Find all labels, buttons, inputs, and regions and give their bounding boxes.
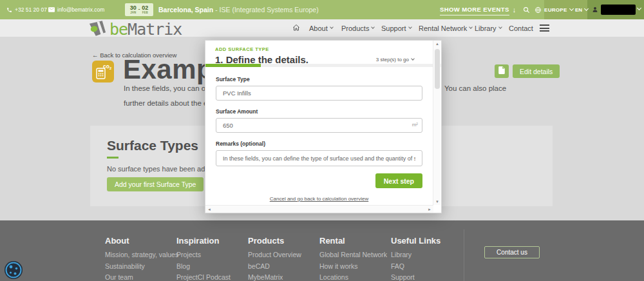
remarks-input[interactable]	[216, 150, 422, 166]
event-location: Barcelona, Spain	[158, 6, 213, 14]
footer-link[interactable]: Blog	[176, 262, 231, 270]
footer-link[interactable]: Sustainability	[105, 262, 178, 270]
footer-link[interactable]: Locations	[319, 273, 387, 281]
vertical-scroll-thumb[interactable]	[435, 49, 440, 89]
nav-label: Contact	[509, 24, 533, 32]
user-name-redacted	[601, 5, 636, 15]
footer-link[interactable]: Our team	[105, 273, 178, 281]
email-link[interactable]: info@bematrix.com	[48, 0, 104, 19]
surface-types-heading: Surface Types	[107, 138, 198, 153]
nav-item-library[interactable]: Library	[475, 19, 502, 37]
nav-item-contact[interactable]: Contact	[509, 19, 533, 37]
footer-heading: Inspiration	[176, 236, 231, 246]
event-day-end: 02	[142, 5, 148, 11]
footer-heading: Useful Links	[391, 236, 440, 246]
svg-text:2: 2	[109, 66, 111, 70]
surface-types-empty-text: No surface types have been added	[107, 165, 217, 173]
event-title: Barcelona, Spain - ISE (Integrated Syste…	[158, 0, 319, 19]
heading-underline	[107, 157, 118, 159]
nav-item-support[interactable]: Support	[381, 19, 412, 37]
nav-item-rental-network[interactable]: Rental Network	[419, 19, 472, 37]
nav-label: About	[309, 24, 328, 32]
add-first-surface-type-button[interactable]: Add your first Surface Type	[107, 177, 204, 191]
surface-type-input[interactable]	[216, 86, 422, 101]
event-month-start: JAN	[130, 12, 136, 15]
home-icon	[292, 24, 300, 33]
nav-label: Support	[381, 24, 406, 32]
next-step-button[interactable]: Next step	[375, 173, 422, 188]
export-document-button[interactable]	[495, 64, 509, 78]
bematrix-logo-icon	[89, 21, 106, 39]
language-selector[interactable]: EN	[575, 0, 588, 19]
footer-link[interactable]: MybeMatrix	[248, 273, 301, 281]
footer-link[interactable]: FAQ	[391, 262, 440, 270]
footer-divider	[464, 229, 464, 281]
event-day-start: 30	[130, 5, 137, 11]
footer-link[interactable]: Library	[391, 251, 440, 258]
footer-link[interactable]: Support	[391, 273, 440, 281]
remarks-label: Remarks (optional)	[216, 140, 422, 147]
footer-link[interactable]: Mission, strategy, values	[105, 251, 178, 258]
nav-label: Library	[475, 24, 497, 32]
chevron-down-icon	[372, 25, 375, 29]
logo-text-matrix: Matrix	[128, 20, 182, 39]
modal-horizontal-scrollbar[interactable]: ◄ ►	[205, 205, 433, 213]
phone-link[interactable]: +32 51 20 07 50	[6, 0, 55, 19]
progress-bar-fill	[205, 64, 261, 67]
chevron-down-icon	[498, 25, 502, 29]
footer-link[interactable]: Product Overview	[248, 251, 301, 258]
event-month-end: FEB	[142, 12, 148, 15]
logo-text-be: be	[109, 20, 128, 39]
footer-link[interactable]: Projects	[176, 251, 231, 258]
footer: About Mission, strategy, values Sustaina…	[0, 220, 644, 281]
bematrix-logo[interactable]: beMatrix	[89, 20, 182, 39]
footer-heading: About	[105, 236, 178, 246]
modal-body: Surface Type Surface Amount m² Remarks (…	[205, 67, 441, 202]
co2-calculator-icon: co 2	[92, 61, 114, 82]
nav-item-products[interactable]: Products	[341, 19, 374, 37]
scroll-left-icon[interactable]: ◄	[207, 208, 211, 211]
phone-icon	[6, 7, 12, 13]
user-menu[interactable]	[592, 0, 598, 19]
language-label: EN	[575, 7, 582, 13]
main-navigation: beMatrix About Products Support Rental N…	[0, 19, 644, 37]
show-more-events-link[interactable]: SHOW MORE EVENTS ↓	[440, 0, 516, 19]
hamburger-menu-icon[interactable]	[540, 24, 549, 34]
home-link[interactable]	[292, 19, 300, 37]
search-icon	[523, 6, 530, 14]
arrow-down-icon: ↓	[513, 6, 516, 14]
add-surface-type-modal: ADD SURFACE TYPE 1. Define the details. …	[205, 40, 442, 213]
search-button[interactable]	[523, 0, 530, 19]
footer-link[interactable]: ProjectCI Podcast	[176, 273, 231, 281]
footer-link[interactable]: How it works	[319, 262, 387, 270]
topbar-email: info@bematrix.com	[57, 6, 104, 13]
footer-link[interactable]: Global Rental Network	[319, 251, 387, 258]
region-label: EUROPE	[544, 7, 567, 13]
scroll-down-icon[interactable]: ▼	[435, 200, 439, 204]
page-description-line1-right: You can also place	[444, 84, 506, 92]
steps-dropdown[interactable]: 3 step(s) to go	[376, 57, 414, 63]
accessibility-widget-icon[interactable]	[4, 260, 23, 280]
scroll-up-icon[interactable]: ▲	[435, 42, 439, 46]
modal-header: ADD SURFACE TYPE 1. Define the details. …	[205, 41, 441, 64]
footer-link[interactable]: beCAD	[248, 262, 301, 270]
surface-amount-unit: m²	[412, 122, 418, 128]
edit-details-button[interactable]: Edit details	[513, 64, 560, 78]
surface-type-label: Surface Type	[216, 76, 422, 82]
scroll-right-icon[interactable]: ►	[428, 208, 431, 211]
footer-column-rental: Rental Global Rental Network How it work…	[319, 236, 387, 281]
footer-heading: Rental	[319, 236, 387, 246]
nav-label: Rental Network	[419, 24, 467, 32]
nav-item-about[interactable]: About	[309, 19, 333, 37]
envelope-icon	[48, 7, 55, 12]
cancel-link[interactable]: Cancel and go back to calculation overvi…	[216, 196, 422, 202]
surface-amount-input[interactable]	[216, 118, 422, 133]
page-description-line2: further details about the eve	[124, 99, 216, 107]
show-more-events-label: SHOW MORE EVENTS	[440, 5, 509, 15]
region-selector[interactable]: EUROPE	[535, 0, 573, 19]
contact-us-button[interactable]: Contact us	[484, 246, 540, 258]
modal-vertical-scrollbar[interactable]: ▲ ▼	[433, 41, 440, 205]
progress-bar	[205, 64, 441, 67]
footer-column-about: About Mission, strategy, values Sustaina…	[105, 236, 178, 281]
steps-label: 3 step(s) to go	[376, 57, 409, 63]
